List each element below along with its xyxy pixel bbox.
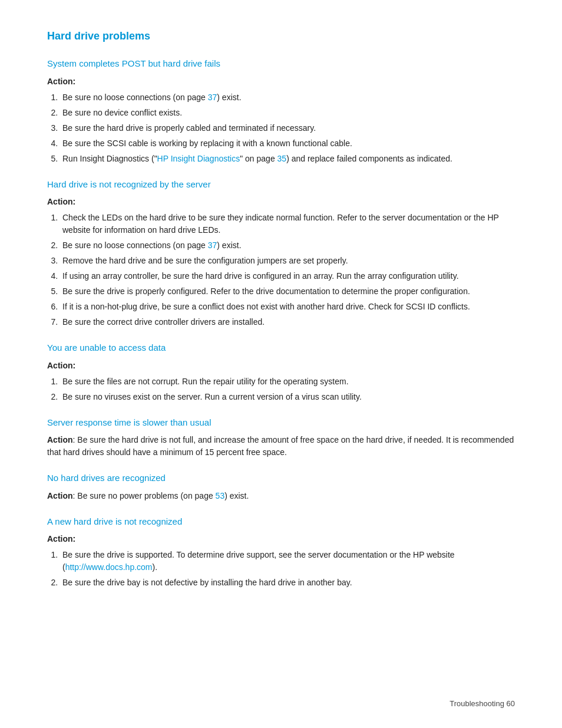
section-post-fails-action-label: Action:: [47, 75, 515, 88]
section-unable-access-data-item-2: Be sure no viruses exist on the server. …: [60, 391, 515, 403]
page: Hard drive problems System completes POS…: [0, 0, 562, 728]
section-not-recognized-server-item-4: If using an array controller, be sure th…: [60, 270, 515, 282]
section-post-fails-item-5: Run Insight Diagnostics ("HP Insight Dia…: [60, 153, 515, 165]
section-server-slow-action-inline: Action: Be sure the hard drive is not fu…: [47, 434, 515, 459]
section-not-recognized-server-action-label: Action:: [47, 196, 515, 208]
section-post-fails-list: Be sure no loose connections (on page 37…: [60, 91, 515, 165]
section-server-slow: Server response time is slower than usua…: [47, 416, 515, 459]
section-not-recognized-server-list: Check the LEDs on the hard drive to be s…: [60, 212, 515, 328]
section-post-fails-title: System completes POST but hard drive fai…: [47, 57, 515, 71]
section-new-hard-drive-item-2: Be sure the drive bay is not defective b…: [60, 577, 515, 589]
section-no-hard-drives: No hard drives are recognizedAction: Be …: [47, 472, 515, 502]
section-post-fails-item-1: Be sure no loose connections (on page 37…: [60, 91, 515, 104]
section-not-recognized-server-item-2: Be sure no loose connections (on page 37…: [60, 239, 515, 252]
section-post-fails-item-4: Be sure the SCSI cable is working by rep…: [60, 137, 515, 150]
section-unable-access-data-item-1: Be sure the files are not corrupt. Run t…: [60, 375, 515, 388]
section-post-fails-item-2: Be sure no device conflict exists.: [60, 107, 515, 119]
section-new-hard-drive-title: A new hard drive is not recognized: [47, 515, 515, 529]
section-unable-access-data-title: You are unable to access data: [47, 341, 515, 355]
section-new-hard-drive-item-1: Be sure the drive is supported. To deter…: [60, 549, 515, 574]
section-no-hard-drives-action-inline: Action: Be sure no power problems (on pa…: [47, 490, 515, 502]
section-not-recognized-server-title: Hard drive is not recognized by the serv…: [47, 178, 515, 192]
section-new-hard-drive: A new hard drive is not recognizedAction…: [47, 515, 515, 589]
section-not-recognized-server: Hard drive is not recognized by the serv…: [47, 178, 515, 329]
section-not-recognized-server-item-5: Be sure the drive is properly configured…: [60, 285, 515, 298]
section-unable-access-data-action-label: Action:: [47, 360, 515, 372]
footer: Troubleshooting 60: [449, 698, 515, 710]
section-not-recognized-server-item-3: Remove the hard drive and be sure the co…: [60, 255, 515, 267]
section-post-fails: System completes POST but hard drive fai…: [47, 57, 515, 165]
sections-container: System completes POST but hard drive fai…: [47, 57, 515, 589]
section-post-fails-item-3: Be sure the hard drive is properly cable…: [60, 122, 515, 134]
section-new-hard-drive-list: Be sure the drive is supported. To deter…: [60, 549, 515, 589]
section-new-hard-drive-action-label: Action:: [47, 533, 515, 545]
section-server-slow-title: Server response time is slower than usua…: [47, 416, 515, 430]
section-unable-access-data-list: Be sure the files are not corrupt. Run t…: [60, 375, 515, 403]
section-not-recognized-server-item-7: Be sure the correct drive controller dri…: [60, 316, 515, 328]
section-not-recognized-server-item-1: Check the LEDs on the hard drive to be s…: [60, 212, 515, 236]
section-unable-access-data: You are unable to access dataAction:Be s…: [47, 341, 515, 403]
section-no-hard-drives-title: No hard drives are recognized: [47, 472, 515, 485]
section-not-recognized-server-item-6: If it is a non-hot-plug drive, be sure a…: [60, 301, 515, 313]
page-title: Hard drive problems: [47, 28, 515, 44]
